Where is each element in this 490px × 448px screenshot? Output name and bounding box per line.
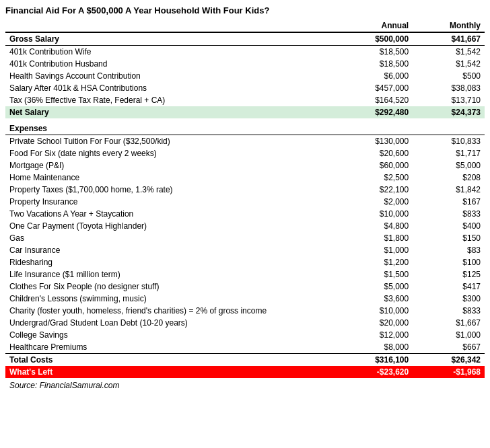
expense-monthly: $5,000: [413, 159, 485, 172]
source-label: Source: FinancialSamurai.com: [5, 378, 485, 391]
income-annual: $457,000: [341, 82, 413, 94]
expense-monthly: $150: [413, 232, 485, 244]
expense-row: Children's Lessons (swimming, music)$3,6…: [5, 293, 485, 305]
income-row: Net Salary$292,480$24,373: [5, 106, 485, 118]
expense-annual: $2,000: [341, 196, 413, 208]
expense-monthly: $1,000: [413, 329, 485, 341]
expenses-label: Expenses: [5, 118, 485, 135]
expense-annual: $10,000: [341, 305, 413, 317]
expense-label: Life Insurance ($1 million term): [5, 268, 341, 281]
expense-annual: $20,000: [341, 317, 413, 329]
income-annual: $18,500: [341, 58, 413, 70]
income-monthly: $38,083: [413, 82, 485, 94]
expense-row: College Savings$12,000$1,000: [5, 329, 485, 341]
expense-monthly: $833: [413, 208, 485, 220]
expense-row: Healthcare Premiums$8,000$667: [5, 341, 485, 354]
income-label: Salary After 401k & HSA Contributions: [5, 82, 341, 94]
expense-row: Gas$1,800$150: [5, 232, 485, 244]
expense-row: Food For Six (date nights every 2 weeks)…: [5, 147, 485, 159]
income-monthly: $1,542: [413, 46, 485, 59]
expense-label: One Car Payment (Toyota Highlander): [5, 220, 341, 232]
expense-label: Charity (foster youth, homeless, friend'…: [5, 305, 341, 317]
expense-annual: $316,100: [341, 354, 413, 367]
income-monthly: $500: [413, 70, 485, 82]
income-label: 401k Contribution Wife: [5, 46, 341, 59]
source-row: Source: FinancialSamurai.com: [5, 378, 485, 391]
expense-annual: $2,500: [341, 172, 413, 184]
income-label: 401k Contribution Husband: [5, 58, 341, 70]
expense-row: Charity (foster youth, homeless, friend'…: [5, 305, 485, 317]
expense-monthly: $125: [413, 268, 485, 281]
income-annual: $500,000: [341, 32, 413, 46]
income-monthly: $1,542: [413, 58, 485, 70]
expense-annual: $130,000: [341, 135, 413, 148]
expense-label: Two Vacations A Year + Staycation: [5, 208, 341, 220]
expense-monthly: $100: [413, 256, 485, 268]
expense-label: College Savings: [5, 329, 341, 341]
whats-left-row: What's Left-$23,620-$1,968: [5, 366, 485, 378]
table-header-row: Annual Monthly: [5, 20, 485, 32]
expense-row: Life Insurance ($1 million term)$1,500$1…: [5, 268, 485, 281]
income-row: Salary After 401k & HSA Contributions$45…: [5, 82, 485, 94]
whats-left-monthly: -$1,968: [413, 366, 485, 378]
expense-annual: $1,800: [341, 232, 413, 244]
expense-label: Undergrad/Grad Student Loan Debt (10-20 …: [5, 317, 341, 329]
header-annual: Annual: [341, 20, 413, 32]
income-monthly: $24,373: [413, 106, 485, 118]
expense-monthly: $1,667: [413, 317, 485, 329]
expense-annual: $22,100: [341, 184, 413, 196]
expense-row: Clothes For Six People (no designer stuf…: [5, 281, 485, 293]
expense-row: Two Vacations A Year + Staycation$10,000…: [5, 208, 485, 220]
expense-label: Car Insurance: [5, 244, 341, 256]
expense-label: Children's Lessons (swimming, music): [5, 293, 341, 305]
expense-monthly: $667: [413, 341, 485, 354]
expense-label: Mortgage (P&I): [5, 159, 341, 172]
expense-annual: $60,000: [341, 159, 413, 172]
expense-annual: $4,800: [341, 220, 413, 232]
expense-monthly: $300: [413, 293, 485, 305]
income-label: Net Salary: [5, 106, 341, 118]
expense-annual: $20,600: [341, 147, 413, 159]
expense-label: Private School Tuition For Four ($32,500…: [5, 135, 341, 148]
income-annual: $6,000: [341, 70, 413, 82]
expense-monthly: $833: [413, 305, 485, 317]
expense-label: Property Insurance: [5, 196, 341, 208]
income-label: Gross Salary: [5, 32, 341, 46]
whats-left-annual: -$23,620: [341, 366, 413, 378]
expense-monthly: $417: [413, 281, 485, 293]
income-monthly: $41,667: [413, 32, 485, 46]
main-container: Financial Aid For A $500,000 A Year Hous…: [0, 0, 490, 397]
income-label: Tax (36% Effective Tax Rate, Federal + C…: [5, 94, 341, 106]
expense-monthly: $10,833: [413, 135, 485, 148]
expense-row: Private School Tuition For Four ($32,500…: [5, 135, 485, 148]
expense-row: Property Insurance$2,000$167: [5, 196, 485, 208]
expense-annual: $12,000: [341, 329, 413, 341]
expense-label: Healthcare Premiums: [5, 341, 341, 354]
income-row: 401k Contribution Wife$18,500$1,542: [5, 46, 485, 59]
expense-label: Ridesharing: [5, 256, 341, 268]
expense-row: Mortgage (P&I)$60,000$5,000: [5, 159, 485, 172]
expense-monthly: $208: [413, 172, 485, 184]
expense-monthly: $83: [413, 244, 485, 256]
page-title: Financial Aid For A $500,000 A Year Hous…: [5, 5, 485, 15]
income-annual: $164,520: [341, 94, 413, 106]
expense-annual: $10,000: [341, 208, 413, 220]
expense-annual: $1,500: [341, 268, 413, 281]
expense-row: Property Taxes ($1,700,000 home, 1.3% ra…: [5, 184, 485, 196]
header-monthly: Monthly: [413, 20, 485, 32]
expense-annual: $1,000: [341, 244, 413, 256]
expense-annual: $3,600: [341, 293, 413, 305]
income-label: Health Savings Account Contribution: [5, 70, 341, 82]
whats-left-label: What's Left: [5, 366, 341, 378]
income-annual: $18,500: [341, 46, 413, 59]
expense-annual: $1,200: [341, 256, 413, 268]
expense-label: Property Taxes ($1,700,000 home, 1.3% ra…: [5, 184, 341, 196]
expense-monthly: $400: [413, 220, 485, 232]
expense-row: Ridesharing$1,200$100: [5, 256, 485, 268]
income-row: 401k Contribution Husband$18,500$1,542: [5, 58, 485, 70]
expense-monthly: $1,842: [413, 184, 485, 196]
expense-label: Total Costs: [5, 354, 341, 367]
income-monthly: $13,710: [413, 94, 485, 106]
header-label: [5, 20, 341, 32]
expense-label: Home Maintenance: [5, 172, 341, 184]
